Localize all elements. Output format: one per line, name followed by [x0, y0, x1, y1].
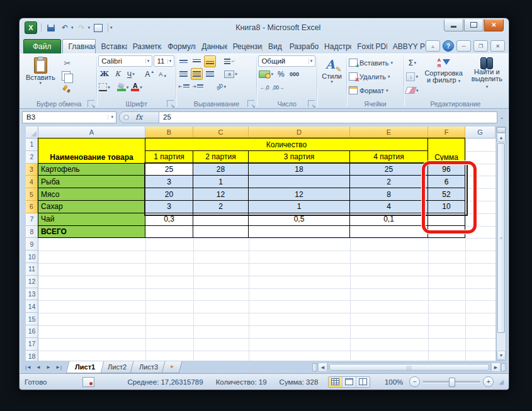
cell-F6[interactable]: 10 [427, 200, 465, 213]
excel-app-icon[interactable]: X [25, 21, 37, 34]
cell-D7[interactable]: 0,5 [248, 213, 350, 226]
zoom-out-icon[interactable]: − [409, 376, 420, 387]
font-dialog-launcher-icon[interactable] [167, 100, 174, 107]
font-family-combo[interactable]: Calibri▾ [98, 55, 152, 67]
vertical-scroll-thumb[interactable]: ≡ [497, 143, 505, 333]
horizontal-scrollbar[interactable]: ◀ ||| ▶ [312, 361, 509, 373]
tab-data[interactable]: Данные [196, 40, 227, 53]
cell-D3[interactable]: 18 [248, 163, 350, 176]
row-header-6[interactable]: 6 [26, 201, 38, 213]
align-top-button[interactable] [178, 55, 190, 67]
prev-sheet-icon[interactable]: ◄ [33, 361, 43, 373]
cell-E7[interactable]: 0,1 [349, 213, 428, 226]
select-all-corner[interactable] [26, 127, 38, 138]
cell-C7[interactable] [193, 213, 249, 226]
cell-E2[interactable]: 4 партия [349, 150, 428, 164]
font-size-combo[interactable]: 11▾ [154, 55, 174, 67]
cell-F7[interactable] [427, 213, 465, 226]
cell-C4[interactable]: 1 [193, 175, 249, 188]
row-header-9[interactable]: 9 [26, 238, 38, 251]
scroll-up-icon[interactable]: ▲ [497, 133, 506, 142]
save-button[interactable] [45, 23, 57, 33]
comma-style-button[interactable]: 000 [288, 68, 300, 80]
row-header-17[interactable]: 17 [26, 338, 38, 351]
row-header-5[interactable]: 5 [26, 188, 38, 201]
format-painter-button[interactable] [61, 82, 74, 94]
zoom-in-icon[interactable]: + [483, 376, 494, 387]
increase-indent-button[interactable]: ⇥ [191, 81, 204, 93]
cell-F4[interactable]: 6 [427, 175, 465, 188]
col-header-G[interactable]: G [465, 127, 495, 138]
cell-D6[interactable]: 1 [248, 200, 350, 213]
normal-view-icon[interactable] [329, 377, 342, 387]
cell-D5[interactable]: 12 [248, 188, 350, 201]
formula-input[interactable]: 25 [159, 111, 497, 123]
cell-C8[interactable] [193, 225, 249, 239]
align-center-button[interactable] [191, 68, 203, 80]
align-middle-button[interactable] [191, 55, 203, 67]
cell-B7[interactable]: 0,3 [145, 213, 193, 226]
row-header-7[interactable]: 7 [26, 213, 38, 226]
delete-cells-button[interactable]: Удалить▾ [348, 70, 393, 82]
percent-button[interactable]: % [275, 68, 287, 80]
cell-A6[interactable]: Сахар [38, 200, 145, 213]
cell-E5[interactable]: 8 [349, 188, 428, 201]
cell-B6[interactable]: 3 [145, 200, 193, 213]
clipboard-dialog-launcher-icon[interactable] [88, 100, 94, 107]
cell-D4[interactable] [248, 175, 350, 188]
decrease-indent-button[interactable]: ⇤ [178, 81, 190, 93]
number-format-combo[interactable]: Общий▾ [258, 55, 315, 67]
tab-home[interactable]: Главная [62, 39, 96, 53]
undo-button[interactable]: ↶ [59, 23, 71, 33]
cell-B8[interactable] [145, 225, 193, 239]
restore-button[interactable] [464, 20, 484, 31]
accounting-format-button[interactable]: ▾ [258, 68, 274, 80]
row-header-18[interactable]: 18 [26, 351, 38, 361]
spreadsheet-grid[interactable]: ABCDEFG123456789101112131415161718Наимен… [26, 127, 495, 361]
expand-formula-bar-icon[interactable]: ⌄ [497, 111, 506, 123]
vertical-scrollbar[interactable]: ▲ ≡ ▼ [496, 127, 506, 361]
next-sheet-icon[interactable]: ► [43, 361, 54, 373]
cell-B2[interactable]: 1 партия [145, 150, 193, 164]
col-header-D[interactable]: D [249, 127, 350, 138]
scroll-left-icon[interactable]: ◀ [318, 363, 327, 372]
sheet-tab-list1[interactable]: Лист1 [66, 361, 105, 373]
cell-B4[interactable]: 3 [145, 175, 193, 188]
find-select-button[interactable]: Найти ивыделить ▾ [468, 55, 506, 91]
cell-E4[interactable]: 2 [349, 175, 428, 188]
cut-button[interactable]: ✂ [61, 57, 74, 69]
horizontal-scroll-thumb[interactable]: ||| [329, 364, 489, 371]
tab-file[interactable]: Файл [23, 39, 61, 53]
workbook-restore-icon[interactable]: ❐ [473, 40, 488, 52]
zoom-thumb[interactable] [449, 378, 455, 387]
fill-color-button[interactable]: ▾ [116, 81, 130, 93]
decrease-decimal-button[interactable]: ,00→ [271, 81, 284, 93]
wrap-text-button[interactable]: ↵ [224, 55, 235, 67]
row-header-14[interactable]: 14 [26, 300, 38, 313]
horizontal-split-handle[interactable] [312, 363, 317, 371]
paste-button[interactable]: Вставить ▾ [23, 55, 59, 87]
cell-D8[interactable] [248, 225, 350, 239]
cell-A5[interactable]: Мясо [38, 188, 145, 201]
increase-decimal-button[interactable]: ←,0 [258, 81, 270, 93]
row-header-8[interactable]: 8 [26, 226, 38, 239]
merge-center-button[interactable]: a▾ [224, 68, 238, 80]
fill-button[interactable]: ↓▾ [405, 70, 419, 82]
horizontal-scroll-track[interactable]: ||| [328, 363, 490, 372]
zoom-slider[interactable]: − + [409, 376, 494, 387]
print-preview-button[interactable] [93, 23, 104, 33]
tab-abbyy[interactable]: ABBYY PD [387, 40, 426, 53]
align-bottom-button[interactable] [204, 55, 216, 67]
last-sheet-icon[interactable]: ►| [54, 361, 64, 373]
clear-button[interactable]: ▾ [405, 84, 419, 96]
align-right-button[interactable] [204, 68, 216, 80]
underline-button[interactable]: Ч▾ [125, 68, 137, 80]
copy-button[interactable]: ▾ [61, 70, 74, 82]
cell-F1[interactable]: Сумма [427, 138, 465, 164]
row-header-13[interactable]: 13 [26, 288, 38, 301]
row-header-15[interactable]: 15 [26, 313, 38, 325]
col-header-A[interactable]: A [38, 127, 145, 138]
row-header-2[interactable]: 2 [26, 151, 38, 164]
row-header-12[interactable]: 12 [26, 276, 38, 288]
insert-cells-button[interactable]: Вставить▾ [348, 57, 393, 69]
